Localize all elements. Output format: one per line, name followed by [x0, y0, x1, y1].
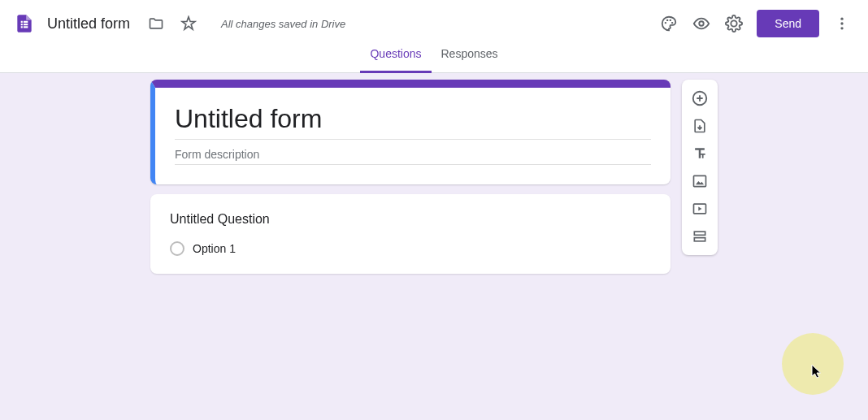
- import-questions-icon[interactable]: [685, 112, 714, 140]
- side-toolbar: [682, 80, 718, 255]
- svg-point-1: [666, 19, 668, 21]
- form-area: Untitled form Form description Untitled …: [150, 80, 671, 274]
- add-title-icon[interactable]: [685, 140, 714, 167]
- option-text[interactable]: Option 1: [193, 242, 236, 255]
- svg-point-6: [840, 22, 843, 24]
- save-status-text: All changes saved in Drive: [221, 18, 345, 30]
- form-title-input[interactable]: Untitled form: [175, 104, 651, 140]
- more-options-icon[interactable]: [826, 7, 858, 40]
- header-top-row: Untitled form All changes saved in Drive…: [0, 0, 868, 47]
- add-image-icon[interactable]: [685, 167, 714, 195]
- click-highlight-indicator: [782, 333, 844, 395]
- form-title-card[interactable]: Untitled form Form description: [150, 80, 671, 184]
- svg-point-2: [670, 19, 671, 21]
- move-to-folder-icon[interactable]: [140, 7, 172, 40]
- tabs-row: Questions Responses: [0, 47, 868, 73]
- star-icon[interactable]: [172, 7, 205, 40]
- question-card[interactable]: Untitled Question Option 1: [150, 194, 671, 274]
- svg-rect-11: [694, 232, 705, 235]
- tab-responses[interactable]: Responses: [432, 47, 508, 73]
- add-section-icon[interactable]: [685, 223, 714, 250]
- svg-point-4: [700, 21, 705, 26]
- question-title-text[interactable]: Untitled Question: [170, 212, 651, 227]
- tab-questions[interactable]: Questions: [360, 47, 431, 73]
- send-button[interactable]: Send: [757, 10, 819, 37]
- forms-logo-icon[interactable]: [10, 9, 39, 38]
- svg-point-5: [840, 18, 843, 20]
- preview-icon[interactable]: [685, 7, 718, 40]
- svg-rect-12: [694, 238, 705, 241]
- settings-icon[interactable]: [718, 7, 750, 40]
- svg-rect-9: [694, 175, 706, 186]
- option-row: Option 1: [170, 241, 651, 256]
- form-canvas: Untitled form Form description Untitled …: [0, 73, 868, 274]
- app-header: Untitled form All changes saved in Drive…: [0, 0, 868, 73]
- svg-point-3: [671, 22, 673, 24]
- svg-point-7: [840, 27, 843, 29]
- customize-theme-icon[interactable]: [653, 7, 685, 40]
- radio-icon: [170, 241, 184, 256]
- add-question-icon[interactable]: [685, 84, 714, 112]
- document-title[interactable]: Untitled form: [47, 15, 130, 32]
- form-description-input[interactable]: Form description: [175, 148, 651, 165]
- svg-point-0: [665, 22, 666, 24]
- add-video-icon[interactable]: [685, 195, 714, 223]
